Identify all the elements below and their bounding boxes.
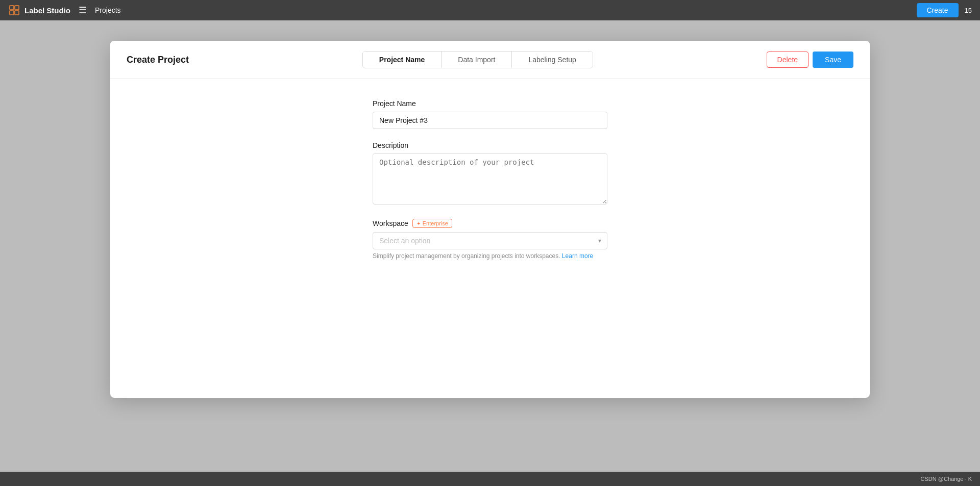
bottombar-text: CSDN @Change · K <box>921 476 972 482</box>
save-button[interactable]: Save <box>813 52 853 68</box>
description-label: Description <box>373 141 607 149</box>
form-container: Project Name Description Workspace ✦ Ent… <box>373 99 607 272</box>
tab-project-name[interactable]: Project Name <box>363 52 442 68</box>
topbar-count: 15 <box>965 7 972 14</box>
topbar-create-button[interactable]: Create <box>917 3 959 17</box>
project-name-group: Project Name <box>373 99 607 129</box>
menu-icon[interactable]: ☰ <box>79 6 87 15</box>
projects-label: Projects <box>95 6 121 14</box>
workspace-label: Workspace <box>373 219 408 227</box>
svg-rect-3 <box>15 11 19 15</box>
logo-icon <box>8 4 20 16</box>
project-name-label: Project Name <box>373 99 607 108</box>
enterprise-badge: ✦ Enterprise <box>412 219 452 228</box>
modal-header: Create Project Project Name Data Import … <box>110 41 870 79</box>
modal-overlay: Create Project Project Name Data Import … <box>0 20 980 486</box>
description-textarea[interactable] <box>373 154 607 204</box>
modal-body: Project Name Description Workspace ✦ Ent… <box>110 79 870 398</box>
enterprise-icon: ✦ <box>416 221 421 226</box>
description-group: Description <box>373 141 607 207</box>
app-title: Label Studio <box>24 6 70 15</box>
enterprise-badge-label: Enterprise <box>423 220 448 226</box>
svg-rect-2 <box>10 11 14 15</box>
modal-title: Create Project <box>127 55 189 65</box>
svg-rect-1 <box>15 6 19 10</box>
workspace-label-row: Workspace ✦ Enterprise <box>373 219 607 228</box>
workspace-group: Workspace ✦ Enterprise Select an option … <box>373 219 607 260</box>
bottombar: CSDN @Change · K <box>0 472 980 486</box>
modal-tabs: Project Name Data Import Labeling Setup <box>362 51 593 68</box>
tab-labeling-setup[interactable]: Labeling Setup <box>512 52 592 68</box>
workspace-hint: Simplify project management by organizin… <box>373 252 607 260</box>
delete-button[interactable]: Delete <box>767 52 808 68</box>
workspace-select[interactable]: Select an option <box>373 232 607 249</box>
tab-data-import[interactable]: Data Import <box>442 52 512 68</box>
topbar: Label Studio ☰ Projects Create 15 <box>0 0 980 20</box>
modal-actions: Delete Save <box>767 52 853 68</box>
topbar-right: Create 15 <box>917 3 972 17</box>
project-name-input[interactable] <box>373 112 607 129</box>
svg-rect-0 <box>10 6 14 10</box>
workspace-select-wrapper: Select an option ▾ <box>373 232 607 249</box>
create-project-modal: Create Project Project Name Data Import … <box>110 41 870 398</box>
app-logo: Label Studio <box>8 4 70 16</box>
learn-more-link[interactable]: Learn more <box>562 252 593 260</box>
